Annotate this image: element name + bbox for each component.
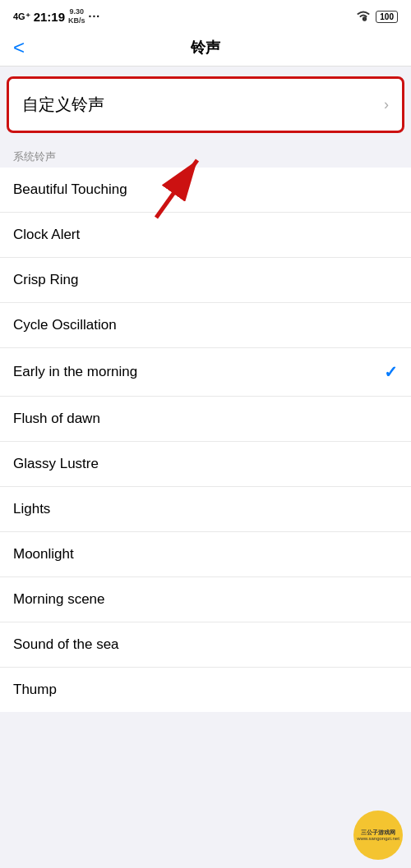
wifi-icon (356, 10, 371, 24)
status-bar: 4G⁺ 21:19 9.30 KB/s ··· 100 (0, 0, 411, 30)
nav-bar: < 铃声 (0, 30, 411, 67)
status-dots: ··· (89, 10, 101, 23)
ringtone-item[interactable]: Thump (0, 668, 411, 712)
ringtone-item[interactable]: Lights (0, 487, 411, 532)
ringtone-item[interactable]: Moonlight (0, 532, 411, 577)
ringtone-name: Lights (13, 501, 50, 517)
ringtone-name: Beautiful Touching (13, 181, 127, 198)
ringtone-name: Moonlight (13, 546, 74, 563)
page-title: 铃声 (191, 38, 220, 57)
ringtone-item[interactable]: Clock Alert (0, 213, 411, 258)
ringtone-item[interactable]: Beautiful Touching (0, 168, 411, 213)
ringtone-name: Morning scene (13, 591, 105, 608)
network-speed: 9.30 KB/s (68, 7, 85, 25)
selected-checkmark: ✓ (384, 362, 398, 382)
ringtone-list: Beautiful TouchingClock AlertCrisp RingC… (0, 168, 411, 712)
ringtone-item[interactable]: Sound of the sea (0, 622, 411, 668)
battery-icon: 100 (376, 11, 398, 23)
system-section-label: 系统铃声 (0, 143, 411, 168)
ringtone-name: Flush of dawn (13, 411, 100, 427)
ringtone-item[interactable]: Crisp Ring (0, 258, 411, 303)
custom-ringtone-row[interactable]: 自定义铃声 › (9, 79, 402, 131)
ringtone-name: Glassy Lustre (13, 456, 99, 472)
watermark: 三公子游戏网 www.sangongzi.net (353, 811, 403, 860)
ringtone-name: Crisp Ring (13, 272, 78, 288)
ringtone-name: Clock Alert (13, 227, 80, 243)
ringtone-item[interactable]: Early in the morning✓ (0, 348, 411, 397)
ringtone-name: Thump (13, 682, 57, 698)
ringtone-item[interactable]: Glassy Lustre (0, 442, 411, 487)
ringtone-name: Sound of the sea (13, 636, 119, 653)
status-left: 4G⁺ 21:19 9.30 KB/s ··· (13, 7, 100, 25)
ringtone-name: Cycle Oscillation (13, 317, 117, 333)
ringtone-name: Early in the morning (13, 364, 137, 380)
signal-icon: 4G⁺ (13, 11, 30, 22)
ringtone-item[interactable]: Flush of dawn (0, 397, 411, 442)
status-time: 21:19 (34, 10, 65, 24)
ringtone-item[interactable]: Cycle Oscillation (0, 303, 411, 348)
custom-ringtone-section[interactable]: 自定义铃声 › (7, 76, 404, 133)
ringtone-item[interactable]: Morning scene (0, 577, 411, 622)
back-button[interactable]: < (13, 36, 25, 59)
custom-ringtone-chevron: › (384, 96, 389, 113)
status-right: 100 (356, 10, 398, 24)
custom-ringtone-label: 自定义铃声 (22, 94, 104, 116)
